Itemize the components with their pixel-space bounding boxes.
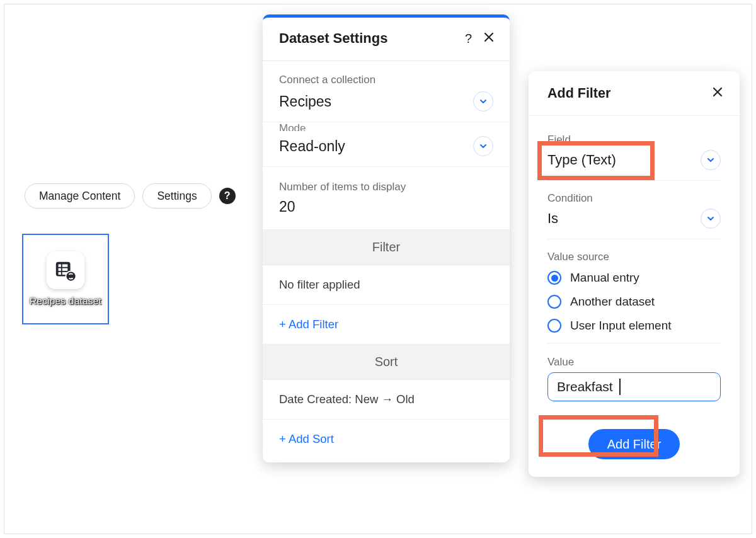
- connect-collection-row: Connect a collection Recipes: [263, 61, 510, 122]
- add-filter-link[interactable]: + Add Filter: [263, 305, 510, 345]
- condition-label: Condition: [547, 192, 721, 205]
- dataset-icon: [47, 251, 84, 289]
- add-filter-panel: Add Filter Field Type (Text) Condition I…: [529, 71, 740, 477]
- help-icon[interactable]: ?: [465, 31, 472, 46]
- field-label: Field: [547, 134, 721, 146]
- manage-content-button[interactable]: Manage Content: [25, 183, 135, 209]
- value-source-another-dataset[interactable]: Another dataset: [547, 295, 721, 309]
- add-filter-submit-button[interactable]: Add Filter: [588, 429, 680, 459]
- sort-status: Date Created: New → Old: [263, 380, 510, 420]
- dataset-tile[interactable]: Recipes dataset: [22, 234, 109, 324]
- radio-icon: [547, 271, 561, 285]
- radio-icon: [547, 295, 561, 309]
- dataset-settings-title: Dataset Settings: [279, 30, 387, 47]
- add-filter-header: Add Filter: [529, 71, 740, 116]
- svg-rect-4: [62, 268, 68, 271]
- app-frame: Manage Content Settings ? Recipes datase…: [4, 4, 752, 534]
- value-source-manual[interactable]: Manual entry: [547, 271, 721, 285]
- radio-icon: [547, 319, 561, 333]
- filter-status: No filter applied: [263, 265, 510, 305]
- add-filter-title: Add Filter: [547, 86, 610, 101]
- svg-rect-1: [59, 265, 61, 267]
- value-source-label: Value source: [547, 251, 721, 263]
- text-caret: [619, 379, 621, 395]
- help-icon[interactable]: ?: [219, 188, 236, 204]
- condition-dropdown[interactable]: [701, 209, 721, 229]
- filter-section-header: Filter: [263, 230, 510, 265]
- radio-label: Manual entry: [570, 271, 639, 285]
- condition-group: Condition Is: [547, 181, 721, 239]
- value-group: Value: [547, 343, 721, 411]
- dataset-settings-header: Dataset Settings ?: [263, 18, 510, 61]
- value-label: Value: [547, 356, 721, 369]
- field-value: Type (Text): [547, 152, 616, 168]
- items-row: Number of items to display 20: [263, 167, 510, 230]
- value-input[interactable]: [547, 372, 721, 401]
- sort-section-header: Sort: [263, 345, 510, 380]
- value-source-group: Value source Manual entry Another datase…: [547, 239, 721, 343]
- mode-dropdown[interactable]: [473, 136, 493, 156]
- svg-rect-3: [59, 268, 61, 271]
- svg-point-7: [66, 271, 76, 281]
- close-icon[interactable]: [712, 85, 723, 101]
- dataset-settings-panel: Dataset Settings ? Connect a collection …: [263, 14, 510, 462]
- items-label: Number of items to display: [279, 181, 493, 193]
- dataset-tile-label: Recipes dataset: [30, 295, 101, 307]
- settings-button[interactable]: Settings: [142, 183, 211, 209]
- items-value: 20: [279, 198, 493, 215]
- mode-row: Mode Read-only: [263, 122, 510, 167]
- radio-label: Another dataset: [570, 295, 655, 309]
- canvas-top-buttons: Manage Content Settings ?: [25, 183, 236, 209]
- mode-label: Mode: [279, 122, 493, 131]
- field-dropdown[interactable]: [701, 150, 721, 170]
- mode-value: Read-only: [279, 138, 345, 155]
- connect-collection-dropdown[interactable]: [473, 91, 493, 112]
- close-icon[interactable]: [483, 31, 495, 46]
- add-sort-link[interactable]: + Add Sort: [263, 420, 510, 462]
- svg-rect-5: [59, 272, 61, 275]
- svg-rect-2: [62, 265, 68, 267]
- connect-collection-value: Recipes: [279, 93, 331, 110]
- radio-label: User Input element: [570, 319, 672, 333]
- field-group: Field Type (Text): [547, 122, 721, 181]
- value-source-user-input[interactable]: User Input element: [547, 319, 721, 333]
- condition-value: Is: [547, 210, 558, 227]
- connect-collection-label: Connect a collection: [279, 74, 493, 86]
